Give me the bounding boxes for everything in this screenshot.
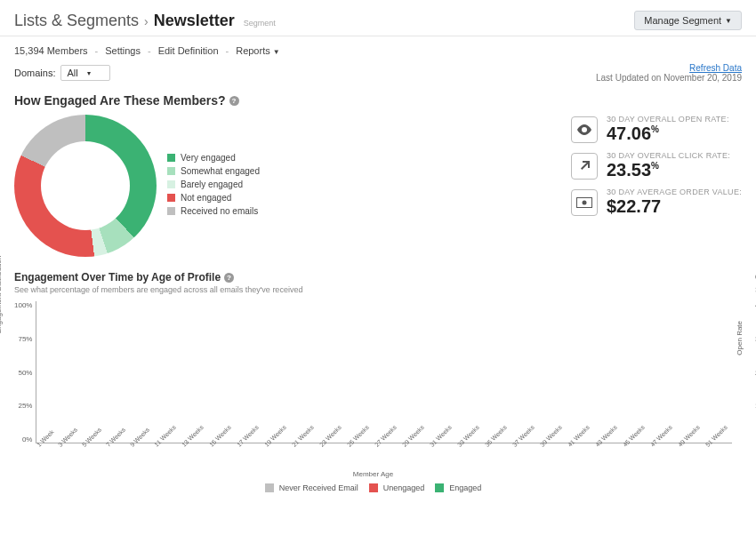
caret-down-icon: ▼ — [273, 48, 280, 56]
help-icon[interactable]: ? — [229, 96, 239, 106]
caret-down-icon: ▾ — [87, 69, 91, 77]
manage-segment-label: Manage Segment — [644, 15, 721, 26]
chevron-right-icon: › — [144, 14, 149, 28]
swatch — [167, 180, 175, 188]
settings-link[interactable]: Settings — [105, 45, 141, 56]
chart1-xaxis: 1 Week3 Weeks5 Weeks7 Weeks9 Weeks11 Wee… — [36, 443, 732, 468]
last-updated-text: Last Updated on November 20, 2019 — [596, 73, 742, 83]
money-icon — [571, 189, 598, 216]
legend-somewhat-engaged: Somewhat engaged — [167, 166, 260, 176]
chart1-title: Engagement Over Time by Age of Profile? — [14, 271, 732, 283]
legend-very-engaged: Very engaged — [167, 153, 260, 163]
edit-definition-link[interactable]: Edit Definition — [158, 45, 219, 56]
arrow-out-icon — [571, 153, 598, 180]
chart1-legend: Never Received Email Unengaged Engaged — [14, 483, 732, 496]
metric-click-rate: 30 DAY OVERALL CLICK RATE:23.53% — [571, 151, 742, 180]
engagement-title: How Engaged Are These Members? ? — [14, 93, 742, 108]
swatch — [369, 483, 378, 492]
swatch — [265, 483, 274, 492]
swatch — [167, 207, 175, 215]
page-title: Newsletter — [154, 12, 235, 30]
legend-received-no-emails: Received no emails — [167, 206, 260, 216]
engagement-bar-chart: Engagement Distribution 100%75%50%25%0% — [14, 301, 732, 443]
domains-label: Domains: — [14, 68, 55, 78]
chart1-yaxis: 100%75%50%25%0% — [14, 301, 36, 443]
reports-link[interactable]: Reports ▼ — [236, 45, 280, 56]
legend-barely-engaged: Barely engaged — [167, 180, 260, 189]
donut-legend: Very engaged Somewhat engaged Barely eng… — [167, 153, 260, 220]
swatch — [167, 154, 175, 162]
svg-point-1 — [583, 200, 587, 204]
domains-select[interactable]: All ▾ — [60, 65, 110, 81]
members-link[interactable]: 15,394 Members — [14, 45, 88, 56]
breadcrumb-root[interactable]: Lists & Segments — [14, 12, 139, 30]
refresh-data-link[interactable]: Refresh Data — [596, 63, 742, 73]
swatch — [167, 194, 175, 202]
segment-tag: Segment — [244, 19, 276, 28]
breadcrumb: Lists & Segments › Newsletter Segment — [14, 12, 276, 30]
chart1-subtitle: See what percentage of members are engag… — [14, 285, 732, 294]
legend-not-engaged: Not engaged — [167, 193, 260, 203]
domains-selected: All — [67, 68, 77, 78]
manage-segment-button[interactable]: Manage Segment ▼ — [634, 11, 742, 30]
eye-icon — [571, 116, 598, 143]
caret-down-icon: ▼ — [725, 17, 732, 25]
sub-nav: 15,394 Members - Settings - Edit Definit… — [14, 45, 742, 56]
swatch — [435, 483, 444, 492]
help-icon[interactable]: ? — [224, 273, 234, 283]
swatch — [167, 167, 175, 175]
metric-open-rate: 30 DAY OVERALL OPEN RATE:47.06% — [571, 115, 742, 144]
engagement-donut-chart — [14, 115, 157, 257]
metric-order-value: 30 DAY AVERAGE ORDER VALUE:$22.77 — [571, 188, 742, 217]
divider — [0, 36, 756, 36]
